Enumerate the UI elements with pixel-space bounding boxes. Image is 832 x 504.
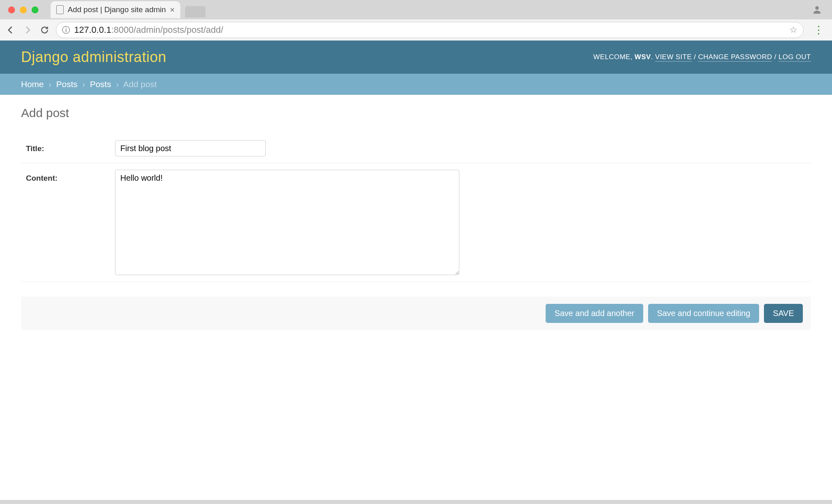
site-title: Django administration <box>21 49 166 66</box>
breadcrumb-current: Add post <box>123 79 157 89</box>
tab-row: Add post | Django site admin × <box>0 0 832 19</box>
save-add-another-button[interactable]: Save and add another <box>546 304 643 323</box>
browser-chrome: Add post | Django site admin × ⓘ 127.0.0… <box>0 0 832 41</box>
breadcrumb-sep: › <box>80 79 87 89</box>
view-site-link[interactable]: VIEW SITE <box>655 53 691 62</box>
breadcrumb-sep: › <box>113 79 121 89</box>
url-path: :8000/admin/posts/post/add/ <box>111 25 223 35</box>
title-input[interactable] <box>115 140 266 156</box>
breadcrumb-app[interactable]: Posts <box>56 79 78 89</box>
tab-close-icon[interactable]: × <box>170 5 175 15</box>
window-maximize-icon[interactable] <box>32 6 38 13</box>
save-continue-button[interactable]: Save and continue editing <box>648 304 759 323</box>
svg-point-0 <box>815 6 819 10</box>
change-password-link[interactable]: CHANGE PASSWORD <box>698 53 772 62</box>
breadcrumb-sep: › <box>46 79 54 89</box>
welcome-text: WELCOME, <box>593 53 635 61</box>
window-minimize-icon[interactable] <box>20 6 27 13</box>
browser-menu-icon[interactable]: ⋮ <box>809 24 827 36</box>
logout-link[interactable]: LOG OUT <box>779 53 811 62</box>
bookmark-icon[interactable]: ☆ <box>789 25 798 35</box>
page-title: Add post <box>21 106 811 120</box>
user-tools: WELCOME, WSV. VIEW SITE / CHANGE PASSWOR… <box>593 53 811 61</box>
url-host: 127.0.0.1 <box>74 25 111 35</box>
form-row-title: Title: <box>21 134 811 163</box>
submit-row: Save and add another Save and continue e… <box>21 297 811 330</box>
save-button[interactable]: SAVE <box>764 304 803 323</box>
page-icon <box>56 5 64 14</box>
url-text: 127.0.0.1:8000/admin/posts/post/add/ <box>74 25 223 35</box>
browser-tab[interactable]: Add post | Django site admin × <box>51 1 180 18</box>
sep: / <box>772 53 779 61</box>
content-main: Add post Title: Content: Hello world! Sa… <box>0 95 832 500</box>
reload-button[interactable] <box>39 24 50 36</box>
username: WSV <box>635 53 651 61</box>
tab-title: Add post | Django site admin <box>68 5 166 14</box>
content-textarea[interactable]: Hello world! <box>115 170 459 275</box>
sep: . <box>651 53 655 61</box>
window-controls <box>5 6 44 13</box>
sep: / <box>692 53 698 61</box>
forward-button[interactable] <box>22 24 33 36</box>
breadcrumb: Home › Posts › Posts › Add post <box>0 74 832 95</box>
site-info-icon[interactable]: ⓘ <box>62 25 70 36</box>
back-button[interactable] <box>5 24 16 36</box>
address-bar[interactable]: ⓘ 127.0.0.1:8000/admin/posts/post/add/ ☆ <box>56 22 804 38</box>
window-close-icon[interactable] <box>8 6 15 13</box>
title-label: Title: <box>21 140 115 156</box>
breadcrumb-model[interactable]: Posts <box>90 79 111 89</box>
form-row-content: Content: Hello world! <box>21 163 811 282</box>
nav-toolbar: ⓘ 127.0.0.1:8000/admin/posts/post/add/ ☆… <box>0 19 832 41</box>
breadcrumb-home[interactable]: Home <box>21 79 44 89</box>
content-label: Content: <box>21 170 115 275</box>
new-tab-button[interactable] <box>185 6 205 17</box>
profile-icon[interactable] <box>812 4 822 15</box>
django-header: Django administration WELCOME, WSV. VIEW… <box>0 41 832 74</box>
